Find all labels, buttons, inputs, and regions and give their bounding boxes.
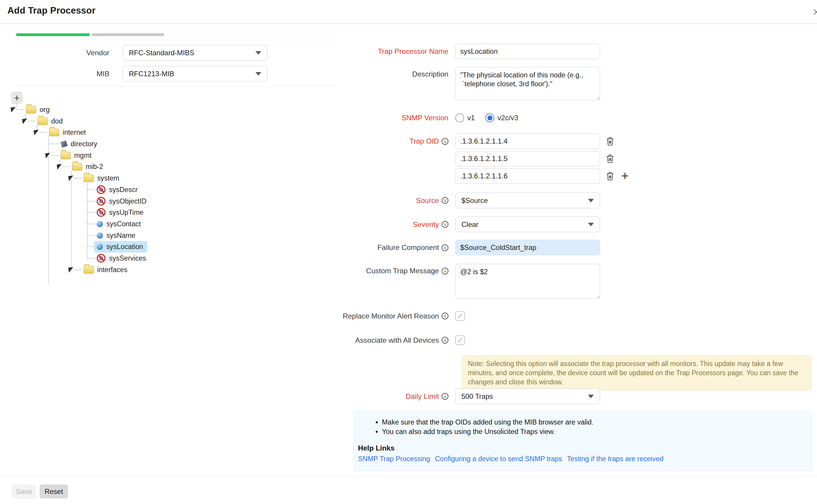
tree-expand-all-button[interactable]: +	[11, 92, 23, 104]
info-panel: Make sure that the trap OIDs added using…	[353, 411, 812, 471]
severity-row: Severity Clear	[290, 217, 817, 232]
expand-arrow-icon[interactable]	[68, 267, 74, 272]
snmp-v1-label[interactable]: v1	[467, 114, 475, 122]
tree-connector	[87, 212, 94, 213]
expand-arrow-icon[interactable]	[68, 175, 74, 181]
chevron-down-icon	[588, 395, 594, 398]
expand-arrow-icon[interactable]	[22, 118, 28, 124]
tree-node-sysServices[interactable]: sysServices	[87, 253, 146, 264]
link-configuring-device[interactable]: Configuring a device to send SNMP traps	[435, 455, 562, 463]
custom-trap-message-textarea[interactable]: @2 is $2	[455, 264, 600, 299]
severity-dropdown[interactable]: Clear	[455, 217, 600, 232]
folder-icon	[61, 152, 71, 159]
replace-monitor-alert-reason-label: Replace Monitor Alert Reason	[343, 312, 439, 320]
info-icon[interactable]	[442, 393, 449, 400]
mib-dropdown[interactable]: RFC1213-MIB	[123, 66, 267, 82]
vendor-label: Vendor	[0, 49, 109, 57]
info-icon[interactable]	[442, 268, 449, 274]
tree-node-mgmt[interactable]: mgmt	[46, 150, 92, 161]
info-icon[interactable]	[442, 244, 449, 251]
trap-oid-input-3[interactable]	[455, 168, 600, 184]
mib-label: MIB	[0, 70, 109, 78]
folder-icon	[84, 175, 94, 182]
expand-arrow-icon[interactable]	[11, 107, 16, 112]
tree-node-sysLocation-selected[interactable]: sysLocation	[87, 241, 147, 252]
description-textarea[interactable]: "The physical location of this node (e.g…	[455, 67, 600, 100]
tree-node-directory[interactable]: directory	[48, 138, 97, 149]
tree-connector	[74, 269, 81, 270]
failure-component-label: Failure Component	[377, 243, 439, 252]
wizard-step-1-progress	[16, 33, 90, 36]
daily-limit-dropdown[interactable]: 500 Traps	[455, 388, 600, 404]
associate-with-all-devices-checkbox[interactable]	[455, 335, 465, 345]
delete-icon[interactable]	[606, 154, 614, 163]
tree-node-dod[interactable]: dod	[22, 116, 63, 127]
tree-node-org[interactable]: org	[11, 104, 50, 115]
expand-arrow-icon[interactable]	[57, 164, 62, 169]
folder-icon	[49, 129, 59, 136]
info-icon[interactable]	[442, 197, 449, 204]
expand-arrow-icon[interactable]	[45, 152, 51, 158]
info-icon[interactable]	[442, 337, 449, 344]
scalar-icon	[97, 244, 103, 250]
add-oid-icon[interactable]: +	[621, 170, 629, 182]
tree-node-sysDescr[interactable]: sysDescr	[87, 184, 138, 195]
info-icon[interactable]	[442, 221, 449, 228]
trap-oid-input-1[interactable]	[455, 134, 600, 149]
associate-note: Note: Selecting this option will associa…	[462, 355, 811, 391]
expand-arrow-icon[interactable]	[34, 129, 39, 135]
folder-icon	[38, 118, 48, 125]
failure-component-row: Failure Component	[290, 240, 817, 255]
snmp-v1-radio[interactable]	[455, 113, 464, 122]
trap-processor-name-label: Trap Processor Name	[378, 47, 449, 56]
replace-monitor-alert-reason-row: Replace Monitor Alert Reason	[290, 311, 817, 321]
tree-node-sysUpTime[interactable]: sysUpTime	[87, 207, 144, 218]
description-row: Description "The physical location of th…	[290, 67, 817, 100]
delete-icon[interactable]	[606, 137, 614, 146]
link-testing-traps[interactable]: Testing if the traps are received	[567, 455, 664, 463]
tree-node-sysObjectID[interactable]: sysObjectID	[87, 196, 147, 207]
daily-limit-value: 500 Traps	[462, 392, 588, 401]
info-icon[interactable]	[442, 138, 449, 145]
reset-button[interactable]: Reset	[40, 485, 68, 498]
tree-connector	[40, 132, 47, 133]
trap-oid-input-2[interactable]	[455, 151, 600, 166]
folder-icon	[72, 163, 82, 170]
help-links-title: Help Links	[358, 444, 806, 452]
snmp-v2cv3-label[interactable]: v2c/v3	[498, 114, 518, 122]
vendor-dropdown[interactable]: RFC-Standard-MIBS	[123, 45, 267, 61]
tree-node-sysContact[interactable]: sysContact	[87, 218, 141, 230]
replace-monitor-alert-reason-checkbox[interactable]	[455, 311, 465, 321]
associate-with-all-devices-label: Associate with All Devices	[355, 336, 439, 344]
trap-processor-name-input[interactable]	[455, 44, 600, 59]
link-snmp-trap-processing[interactable]: SNMP Trap Processing	[358, 455, 430, 463]
tree-node-system[interactable]: system	[69, 173, 119, 184]
tree-node-interfaces[interactable]: interfaces	[69, 264, 127, 275]
tree-connector	[28, 121, 35, 121]
info-icon[interactable]	[442, 313, 449, 319]
chevron-down-icon	[588, 223, 594, 226]
vendor-label-wrap: Vendor	[0, 49, 109, 57]
source-row: Source $Source	[290, 193, 817, 208]
daily-limit-label: Daily Limit	[405, 392, 439, 401]
no-access-icon	[97, 208, 105, 217]
chevron-down-icon	[255, 51, 261, 55]
info-bullet: Make sure that the trap OIDs added using…	[382, 417, 806, 427]
vendor-value: RFC-Standard-MIBS	[129, 49, 255, 57]
no-access-icon	[97, 254, 105, 263]
source-value: $Source	[462, 196, 588, 205]
failure-component-input[interactable]	[455, 240, 600, 255]
tree-connector	[87, 224, 94, 224]
custom-trap-message-label: Custom Trap Message	[366, 267, 439, 275]
delete-icon[interactable]	[606, 172, 614, 181]
tree-node-internet[interactable]: internet	[34, 127, 86, 138]
tree-connector	[87, 189, 94, 190]
tree-node-sysName[interactable]: sysName	[87, 230, 135, 241]
chevron-down-icon	[588, 199, 594, 202]
tree-node-mib-2[interactable]: mib-2	[57, 161, 103, 172]
help-links: SNMP Trap Processing Configuring a devic…	[358, 455, 806, 463]
save-button[interactable]: Save	[12, 485, 36, 498]
source-dropdown[interactable]: $Source	[455, 193, 600, 208]
snmp-v2cv3-radio[interactable]	[485, 113, 494, 122]
selected-node-highlight[interactable]: sysLocation	[94, 241, 147, 253]
